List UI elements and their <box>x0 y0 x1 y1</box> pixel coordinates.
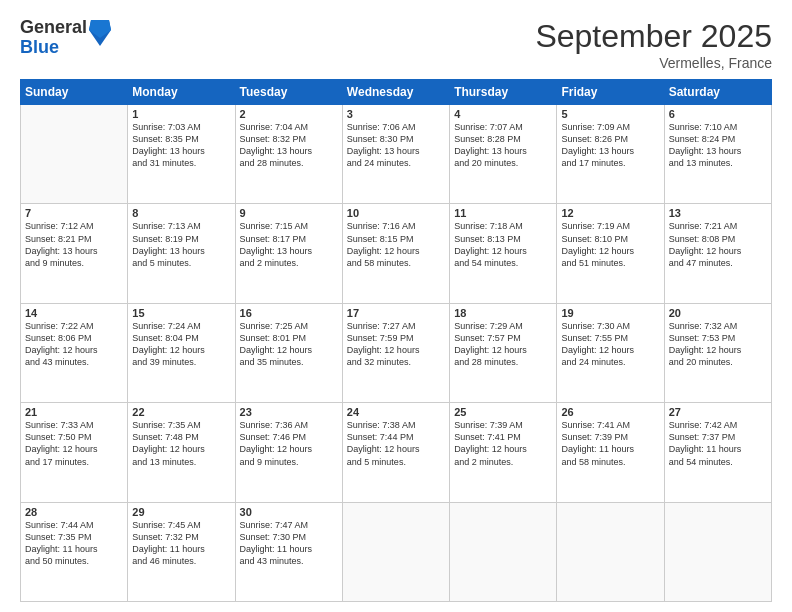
calendar-cell: 13Sunrise: 7:21 AM Sunset: 8:08 PM Dayli… <box>664 204 771 303</box>
cell-info: Sunrise: 7:09 AM Sunset: 8:26 PM Dayligh… <box>561 121 659 170</box>
calendar-cell: 15Sunrise: 7:24 AM Sunset: 8:04 PM Dayli… <box>128 303 235 402</box>
title-block: September 2025 Vermelles, France <box>535 18 772 71</box>
calendar-cell: 4Sunrise: 7:07 AM Sunset: 8:28 PM Daylig… <box>450 105 557 204</box>
col-header-tuesday: Tuesday <box>235 80 342 105</box>
calendar-cell: 6Sunrise: 7:10 AM Sunset: 8:24 PM Daylig… <box>664 105 771 204</box>
calendar-cell: 28Sunrise: 7:44 AM Sunset: 7:35 PM Dayli… <box>21 502 128 601</box>
day-number: 7 <box>25 207 123 219</box>
calendar-cell <box>664 502 771 601</box>
calendar-cell: 9Sunrise: 7:15 AM Sunset: 8:17 PM Daylig… <box>235 204 342 303</box>
calendar-cell: 14Sunrise: 7:22 AM Sunset: 8:06 PM Dayli… <box>21 303 128 402</box>
calendar-cell: 16Sunrise: 7:25 AM Sunset: 8:01 PM Dayli… <box>235 303 342 402</box>
cell-info: Sunrise: 7:45 AM Sunset: 7:32 PM Dayligh… <box>132 519 230 568</box>
cell-info: Sunrise: 7:38 AM Sunset: 7:44 PM Dayligh… <box>347 419 445 468</box>
cell-info: Sunrise: 7:36 AM Sunset: 7:46 PM Dayligh… <box>240 419 338 468</box>
calendar-cell: 12Sunrise: 7:19 AM Sunset: 8:10 PM Dayli… <box>557 204 664 303</box>
cell-info: Sunrise: 7:44 AM Sunset: 7:35 PM Dayligh… <box>25 519 123 568</box>
day-number: 1 <box>132 108 230 120</box>
cell-info: Sunrise: 7:21 AM Sunset: 8:08 PM Dayligh… <box>669 220 767 269</box>
calendar-cell: 24Sunrise: 7:38 AM Sunset: 7:44 PM Dayli… <box>342 403 449 502</box>
day-number: 2 <box>240 108 338 120</box>
cell-info: Sunrise: 7:29 AM Sunset: 7:57 PM Dayligh… <box>454 320 552 369</box>
day-number: 14 <box>25 307 123 319</box>
day-number: 17 <box>347 307 445 319</box>
col-header-thursday: Thursday <box>450 80 557 105</box>
page: General Blue September 2025 Vermelles, F… <box>0 0 792 612</box>
calendar-cell: 11Sunrise: 7:18 AM Sunset: 8:13 PM Dayli… <box>450 204 557 303</box>
day-number: 20 <box>669 307 767 319</box>
calendar-cell: 29Sunrise: 7:45 AM Sunset: 7:32 PM Dayli… <box>128 502 235 601</box>
day-number: 21 <box>25 406 123 418</box>
calendar-header-row: SundayMondayTuesdayWednesdayThursdayFrid… <box>21 80 772 105</box>
day-number: 22 <box>132 406 230 418</box>
calendar-cell: 2Sunrise: 7:04 AM Sunset: 8:32 PM Daylig… <box>235 105 342 204</box>
week-row-3: 21Sunrise: 7:33 AM Sunset: 7:50 PM Dayli… <box>21 403 772 502</box>
logo-icon <box>89 20 111 46</box>
calendar-cell: 22Sunrise: 7:35 AM Sunset: 7:48 PM Dayli… <box>128 403 235 502</box>
month-title: September 2025 <box>535 18 772 55</box>
calendar-cell: 21Sunrise: 7:33 AM Sunset: 7:50 PM Dayli… <box>21 403 128 502</box>
day-number: 5 <box>561 108 659 120</box>
cell-info: Sunrise: 7:16 AM Sunset: 8:15 PM Dayligh… <box>347 220 445 269</box>
cell-info: Sunrise: 7:30 AM Sunset: 7:55 PM Dayligh… <box>561 320 659 369</box>
day-number: 4 <box>454 108 552 120</box>
cell-info: Sunrise: 7:03 AM Sunset: 8:35 PM Dayligh… <box>132 121 230 170</box>
day-number: 6 <box>669 108 767 120</box>
col-header-friday: Friday <box>557 80 664 105</box>
day-number: 8 <box>132 207 230 219</box>
calendar-cell: 18Sunrise: 7:29 AM Sunset: 7:57 PM Dayli… <box>450 303 557 402</box>
calendar-cell: 23Sunrise: 7:36 AM Sunset: 7:46 PM Dayli… <box>235 403 342 502</box>
logo-text: General Blue <box>20 18 87 58</box>
cell-info: Sunrise: 7:33 AM Sunset: 7:50 PM Dayligh… <box>25 419 123 468</box>
logo: General Blue <box>20 18 111 58</box>
day-number: 13 <box>669 207 767 219</box>
calendar-cell <box>21 105 128 204</box>
week-row-0: 1Sunrise: 7:03 AM Sunset: 8:35 PM Daylig… <box>21 105 772 204</box>
day-number: 3 <box>347 108 445 120</box>
header: General Blue September 2025 Vermelles, F… <box>20 18 772 71</box>
col-header-sunday: Sunday <box>21 80 128 105</box>
cell-info: Sunrise: 7:18 AM Sunset: 8:13 PM Dayligh… <box>454 220 552 269</box>
calendar-cell: 25Sunrise: 7:39 AM Sunset: 7:41 PM Dayli… <box>450 403 557 502</box>
calendar-cell <box>342 502 449 601</box>
day-number: 9 <box>240 207 338 219</box>
calendar-cell: 26Sunrise: 7:41 AM Sunset: 7:39 PM Dayli… <box>557 403 664 502</box>
day-number: 19 <box>561 307 659 319</box>
day-number: 26 <box>561 406 659 418</box>
calendar-cell: 8Sunrise: 7:13 AM Sunset: 8:19 PM Daylig… <box>128 204 235 303</box>
calendar-cell: 30Sunrise: 7:47 AM Sunset: 7:30 PM Dayli… <box>235 502 342 601</box>
cell-info: Sunrise: 7:42 AM Sunset: 7:37 PM Dayligh… <box>669 419 767 468</box>
location: Vermelles, France <box>535 55 772 71</box>
cell-info: Sunrise: 7:27 AM Sunset: 7:59 PM Dayligh… <box>347 320 445 369</box>
calendar-cell: 19Sunrise: 7:30 AM Sunset: 7:55 PM Dayli… <box>557 303 664 402</box>
cell-info: Sunrise: 7:24 AM Sunset: 8:04 PM Dayligh… <box>132 320 230 369</box>
cell-info: Sunrise: 7:22 AM Sunset: 8:06 PM Dayligh… <box>25 320 123 369</box>
calendar-cell: 20Sunrise: 7:32 AM Sunset: 7:53 PM Dayli… <box>664 303 771 402</box>
cell-info: Sunrise: 7:32 AM Sunset: 7:53 PM Dayligh… <box>669 320 767 369</box>
calendar-cell: 27Sunrise: 7:42 AM Sunset: 7:37 PM Dayli… <box>664 403 771 502</box>
col-header-monday: Monday <box>128 80 235 105</box>
week-row-1: 7Sunrise: 7:12 AM Sunset: 8:21 PM Daylig… <box>21 204 772 303</box>
cell-info: Sunrise: 7:19 AM Sunset: 8:10 PM Dayligh… <box>561 220 659 269</box>
svg-marker-1 <box>89 20 111 38</box>
cell-info: Sunrise: 7:35 AM Sunset: 7:48 PM Dayligh… <box>132 419 230 468</box>
calendar-cell: 10Sunrise: 7:16 AM Sunset: 8:15 PM Dayli… <box>342 204 449 303</box>
cell-info: Sunrise: 7:07 AM Sunset: 8:28 PM Dayligh… <box>454 121 552 170</box>
day-number: 18 <box>454 307 552 319</box>
day-number: 29 <box>132 506 230 518</box>
day-number: 10 <box>347 207 445 219</box>
week-row-2: 14Sunrise: 7:22 AM Sunset: 8:06 PM Dayli… <box>21 303 772 402</box>
day-number: 16 <box>240 307 338 319</box>
cell-info: Sunrise: 7:15 AM Sunset: 8:17 PM Dayligh… <box>240 220 338 269</box>
cell-info: Sunrise: 7:47 AM Sunset: 7:30 PM Dayligh… <box>240 519 338 568</box>
day-number: 25 <box>454 406 552 418</box>
cell-info: Sunrise: 7:10 AM Sunset: 8:24 PM Dayligh… <box>669 121 767 170</box>
cell-info: Sunrise: 7:06 AM Sunset: 8:30 PM Dayligh… <box>347 121 445 170</box>
day-number: 24 <box>347 406 445 418</box>
cell-info: Sunrise: 7:13 AM Sunset: 8:19 PM Dayligh… <box>132 220 230 269</box>
calendar-table: SundayMondayTuesdayWednesdayThursdayFrid… <box>20 79 772 602</box>
day-number: 11 <box>454 207 552 219</box>
day-number: 27 <box>669 406 767 418</box>
calendar-cell: 7Sunrise: 7:12 AM Sunset: 8:21 PM Daylig… <box>21 204 128 303</box>
cell-info: Sunrise: 7:41 AM Sunset: 7:39 PM Dayligh… <box>561 419 659 468</box>
